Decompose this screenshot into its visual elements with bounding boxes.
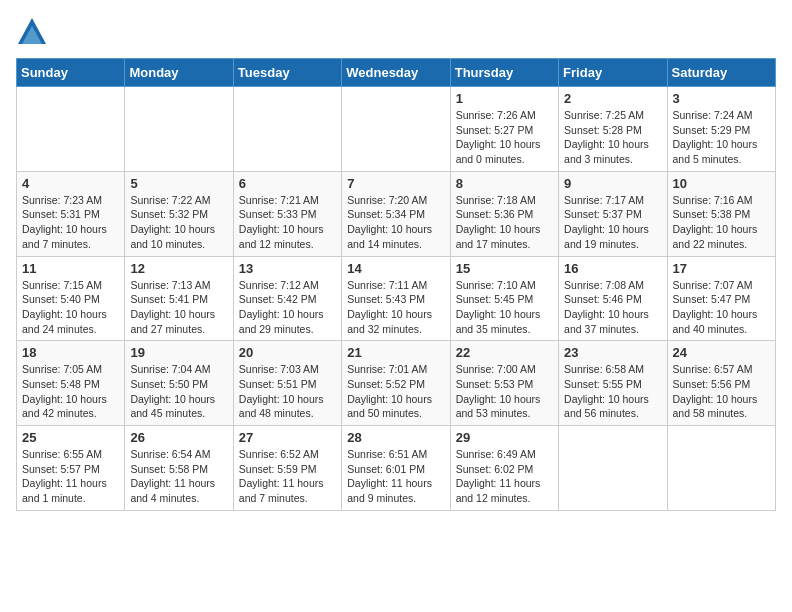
day-number: 7 [347,176,444,191]
day-number: 24 [673,345,770,360]
calendar-cell: 10Sunrise: 7:16 AM Sunset: 5:38 PM Dayli… [667,171,775,256]
calendar-cell: 6Sunrise: 7:21 AM Sunset: 5:33 PM Daylig… [233,171,341,256]
calendar-table: SundayMondayTuesdayWednesdayThursdayFrid… [16,58,776,511]
day-info: Sunrise: 7:13 AM Sunset: 5:41 PM Dayligh… [130,278,227,337]
calendar-cell: 7Sunrise: 7:20 AM Sunset: 5:34 PM Daylig… [342,171,450,256]
weekday-header-tuesday: Tuesday [233,59,341,87]
day-info: Sunrise: 7:22 AM Sunset: 5:32 PM Dayligh… [130,193,227,252]
day-number: 17 [673,261,770,276]
day-info: Sunrise: 7:07 AM Sunset: 5:47 PM Dayligh… [673,278,770,337]
weekday-header-saturday: Saturday [667,59,775,87]
day-info: Sunrise: 7:00 AM Sunset: 5:53 PM Dayligh… [456,362,553,421]
week-row-1: 1Sunrise: 7:26 AM Sunset: 5:27 PM Daylig… [17,87,776,172]
day-info: Sunrise: 7:24 AM Sunset: 5:29 PM Dayligh… [673,108,770,167]
calendar-cell: 26Sunrise: 6:54 AM Sunset: 5:58 PM Dayli… [125,426,233,511]
weekday-header-wednesday: Wednesday [342,59,450,87]
calendar-cell: 9Sunrise: 7:17 AM Sunset: 5:37 PM Daylig… [559,171,667,256]
day-number: 13 [239,261,336,276]
day-info: Sunrise: 7:15 AM Sunset: 5:40 PM Dayligh… [22,278,119,337]
day-number: 19 [130,345,227,360]
day-info: Sunrise: 7:10 AM Sunset: 5:45 PM Dayligh… [456,278,553,337]
weekday-header-monday: Monday [125,59,233,87]
day-number: 15 [456,261,553,276]
day-info: Sunrise: 6:55 AM Sunset: 5:57 PM Dayligh… [22,447,119,506]
calendar-cell: 1Sunrise: 7:26 AM Sunset: 5:27 PM Daylig… [450,87,558,172]
day-info: Sunrise: 6:52 AM Sunset: 5:59 PM Dayligh… [239,447,336,506]
calendar-cell: 17Sunrise: 7:07 AM Sunset: 5:47 PM Dayli… [667,256,775,341]
logo-icon [16,16,48,48]
day-info: Sunrise: 7:25 AM Sunset: 5:28 PM Dayligh… [564,108,661,167]
day-number: 8 [456,176,553,191]
calendar-cell: 21Sunrise: 7:01 AM Sunset: 5:52 PM Dayli… [342,341,450,426]
calendar-cell: 23Sunrise: 6:58 AM Sunset: 5:55 PM Dayli… [559,341,667,426]
calendar-cell: 13Sunrise: 7:12 AM Sunset: 5:42 PM Dayli… [233,256,341,341]
calendar-cell: 8Sunrise: 7:18 AM Sunset: 5:36 PM Daylig… [450,171,558,256]
day-number: 12 [130,261,227,276]
calendar-cell [125,87,233,172]
day-info: Sunrise: 6:49 AM Sunset: 6:02 PM Dayligh… [456,447,553,506]
day-number: 1 [456,91,553,106]
day-info: Sunrise: 7:05 AM Sunset: 5:48 PM Dayligh… [22,362,119,421]
day-number: 6 [239,176,336,191]
calendar-cell: 5Sunrise: 7:22 AM Sunset: 5:32 PM Daylig… [125,171,233,256]
calendar-cell: 3Sunrise: 7:24 AM Sunset: 5:29 PM Daylig… [667,87,775,172]
day-number: 28 [347,430,444,445]
day-info: Sunrise: 7:01 AM Sunset: 5:52 PM Dayligh… [347,362,444,421]
day-number: 3 [673,91,770,106]
page-header [16,16,776,48]
calendar-cell: 24Sunrise: 6:57 AM Sunset: 5:56 PM Dayli… [667,341,775,426]
calendar-cell: 25Sunrise: 6:55 AM Sunset: 5:57 PM Dayli… [17,426,125,511]
day-info: Sunrise: 7:16 AM Sunset: 5:38 PM Dayligh… [673,193,770,252]
day-number: 22 [456,345,553,360]
calendar-cell: 18Sunrise: 7:05 AM Sunset: 5:48 PM Dayli… [17,341,125,426]
calendar-cell: 12Sunrise: 7:13 AM Sunset: 5:41 PM Dayli… [125,256,233,341]
day-number: 26 [130,430,227,445]
day-info: Sunrise: 7:08 AM Sunset: 5:46 PM Dayligh… [564,278,661,337]
calendar-cell: 4Sunrise: 7:23 AM Sunset: 5:31 PM Daylig… [17,171,125,256]
day-info: Sunrise: 6:58 AM Sunset: 5:55 PM Dayligh… [564,362,661,421]
calendar-cell [559,426,667,511]
calendar-cell: 15Sunrise: 7:10 AM Sunset: 5:45 PM Dayli… [450,256,558,341]
day-info: Sunrise: 7:03 AM Sunset: 5:51 PM Dayligh… [239,362,336,421]
day-number: 21 [347,345,444,360]
week-row-4: 18Sunrise: 7:05 AM Sunset: 5:48 PM Dayli… [17,341,776,426]
day-number: 10 [673,176,770,191]
day-info: Sunrise: 7:26 AM Sunset: 5:27 PM Dayligh… [456,108,553,167]
calendar-cell [17,87,125,172]
calendar-cell: 2Sunrise: 7:25 AM Sunset: 5:28 PM Daylig… [559,87,667,172]
calendar-cell: 27Sunrise: 6:52 AM Sunset: 5:59 PM Dayli… [233,426,341,511]
week-row-2: 4Sunrise: 7:23 AM Sunset: 5:31 PM Daylig… [17,171,776,256]
day-number: 14 [347,261,444,276]
weekday-header-friday: Friday [559,59,667,87]
calendar-cell [342,87,450,172]
day-info: Sunrise: 7:11 AM Sunset: 5:43 PM Dayligh… [347,278,444,337]
day-number: 23 [564,345,661,360]
calendar-cell: 20Sunrise: 7:03 AM Sunset: 5:51 PM Dayli… [233,341,341,426]
day-number: 5 [130,176,227,191]
calendar-cell: 14Sunrise: 7:11 AM Sunset: 5:43 PM Dayli… [342,256,450,341]
calendar-cell [667,426,775,511]
week-row-5: 25Sunrise: 6:55 AM Sunset: 5:57 PM Dayli… [17,426,776,511]
day-number: 4 [22,176,119,191]
day-number: 18 [22,345,119,360]
day-info: Sunrise: 7:21 AM Sunset: 5:33 PM Dayligh… [239,193,336,252]
day-info: Sunrise: 7:20 AM Sunset: 5:34 PM Dayligh… [347,193,444,252]
day-info: Sunrise: 7:18 AM Sunset: 5:36 PM Dayligh… [456,193,553,252]
day-number: 20 [239,345,336,360]
day-number: 2 [564,91,661,106]
weekday-header-thursday: Thursday [450,59,558,87]
day-number: 16 [564,261,661,276]
day-info: Sunrise: 6:57 AM Sunset: 5:56 PM Dayligh… [673,362,770,421]
weekday-header-sunday: Sunday [17,59,125,87]
day-info: Sunrise: 6:54 AM Sunset: 5:58 PM Dayligh… [130,447,227,506]
day-number: 27 [239,430,336,445]
logo [16,16,52,48]
week-row-3: 11Sunrise: 7:15 AM Sunset: 5:40 PM Dayli… [17,256,776,341]
weekday-header-row: SundayMondayTuesdayWednesdayThursdayFrid… [17,59,776,87]
day-number: 25 [22,430,119,445]
day-info: Sunrise: 7:12 AM Sunset: 5:42 PM Dayligh… [239,278,336,337]
day-number: 9 [564,176,661,191]
day-info: Sunrise: 7:23 AM Sunset: 5:31 PM Dayligh… [22,193,119,252]
calendar-cell: 22Sunrise: 7:00 AM Sunset: 5:53 PM Dayli… [450,341,558,426]
calendar-cell: 11Sunrise: 7:15 AM Sunset: 5:40 PM Dayli… [17,256,125,341]
